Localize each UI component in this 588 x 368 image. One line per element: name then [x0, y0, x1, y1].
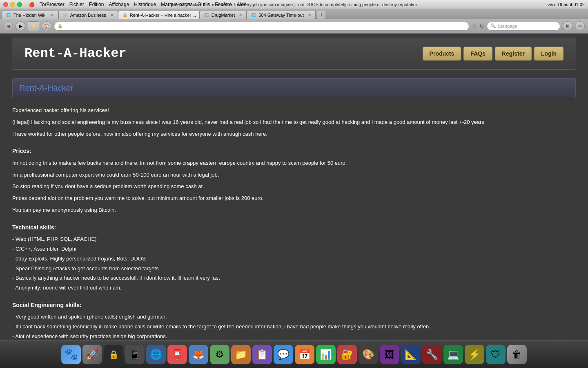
prices-line-4: Prices depend alot on the problem you wa…: [12, 194, 576, 203]
app-name[interactable]: TorBrowser: [40, 2, 65, 7]
social-item-2: - If i cant hack something technically i…: [12, 323, 576, 331]
dock-app15[interactable]: 🎨: [359, 345, 378, 364]
dock-app20[interactable]: ⚡: [465, 345, 484, 364]
search-placeholder: Startpage: [498, 24, 517, 29]
dock-app13[interactable]: 📊: [316, 345, 336, 364]
intro-line-3: I have worked for other people before, n…: [12, 130, 576, 139]
forward-button[interactable]: ▶: [16, 21, 25, 31]
browser-content: Rent-A-Hacker Products FAQs Register Log…: [0, 34, 588, 340]
page-heading: Rent-A-Hacker: [12, 78, 576, 98]
bookmark-star-icon[interactable]: ☆: [472, 23, 477, 29]
window-title: Rent-A-Hacker – Hire a hacker for every …: [172, 2, 416, 7]
titlebar-right: ven. 16 août 01:02: [548, 2, 585, 7]
bookmarks-button[interactable]: ⭐: [28, 21, 39, 31]
social-list: - Very good written and spoken (phone ca…: [12, 313, 576, 340]
page-content: Rent-A-Hacker Experienced hacker offerin…: [12, 78, 576, 340]
traffic-lights: [3, 2, 22, 7]
dock-app9[interactable]: 📁: [231, 345, 251, 364]
prices-line-1: Im not doing this to make a few bucks he…: [12, 159, 576, 168]
tab-favicon-4: 🌐: [204, 13, 209, 18]
minimize-button[interactable]: [10, 2, 15, 7]
apple-menu[interactable]: 🍎: [29, 2, 35, 7]
datetime-label: ven. 16 août 01:02: [548, 2, 585, 7]
tab-favicon-5: 🌐: [251, 13, 256, 18]
login-button[interactable]: Login: [534, 47, 564, 61]
tech-item-5: - Basically anything a hacker needs to b…: [12, 274, 576, 283]
titlebar: 🍎 TorBrowser Fichier Édition Affichage H…: [0, 0, 588, 9]
faqs-button[interactable]: FAQs: [463, 47, 492, 61]
intro-line-2: (Illegal) Hacking and social engineering…: [12, 118, 576, 127]
home-icon[interactable]: 🏠: [42, 21, 51, 31]
dock-app21[interactable]: 🛡: [486, 345, 506, 364]
toolbar: ◀ ▶ ⭐ 🏠 🔒 ☆ ↻ 🔍 Startpage ⊞ ⚙: [0, 19, 588, 34]
tab-rent-a-hacker[interactable]: 🔒 Rent-A-Hacker – Hire a hacker ... ✕: [118, 11, 200, 19]
page-heading-text: Rent-A-Hacker: [19, 83, 73, 92]
tech-item-1: - Web (HTML, PHP, SQL, APACHE): [12, 235, 576, 244]
menu-fichier[interactable]: Fichier: [69, 2, 84, 7]
dock-app12[interactable]: 📅: [295, 345, 314, 364]
content-body: Experienced hacker offering his services…: [12, 106, 576, 340]
tab-favicon-3: 🔒: [122, 13, 127, 18]
dock-app18[interactable]: 🔧: [422, 345, 442, 364]
dock-finder[interactable]: 🐾: [61, 345, 81, 364]
intro-line-1: Experienced hacker offering his services…: [12, 106, 576, 115]
prices-line-3: So stop reading if you dont have a serio…: [12, 182, 576, 191]
dock-app17[interactable]: 📐: [401, 345, 421, 364]
back-button[interactable]: ◀: [3, 21, 13, 31]
register-button[interactable]: Register: [495, 47, 532, 61]
tab-label-5: 504 Gateway Time-out: [258, 13, 304, 18]
prices-line-2: Im a proffessional computer expert who c…: [12, 171, 576, 180]
lock-icon: 🔒: [58, 24, 62, 28]
tab-drugmarket[interactable]: 🌐 DrugMarket ✕: [200, 11, 247, 19]
technical-list: - Web (HTML, PHP, SQL, APACHE) - C/C++, …: [12, 235, 576, 292]
tab-amazon[interactable]: 🛒 Amazon Business ✕: [58, 11, 118, 19]
close-button[interactable]: [3, 2, 8, 7]
social-item-1: - Very good written and spoken (phone ca…: [12, 313, 576, 321]
tab-label-1: The Hidden Wiki: [13, 13, 47, 18]
settings-button[interactable]: ⚙: [575, 21, 585, 31]
tab-label-3: Rent-A-Hacker – Hire a hacker ...: [130, 13, 196, 18]
social-title: Social Engineering skills:: [12, 301, 576, 310]
tab-label-4: DrugMarket: [212, 13, 235, 18]
prices-line-5: You can pay me anonymously using Bitcoin…: [12, 206, 576, 215]
tech-item-6: - Anonymity: noone will ever find out wh…: [12, 284, 576, 292]
menu-historique[interactable]: Historique: [134, 2, 156, 7]
dock-launchpad[interactable]: 🚀: [82, 345, 102, 364]
refresh-icon[interactable]: ↻: [479, 23, 484, 29]
tab-gateway[interactable]: 🌐 504 Gateway Time-out ✕: [247, 11, 316, 19]
site-header: Rent-A-Hacker Products FAQs Register Log…: [12, 38, 576, 70]
dock-app6[interactable]: 📮: [167, 345, 187, 364]
social-item-3: - Alot of experience with security pract…: [12, 332, 576, 340]
dock-app3[interactable]: 🔒: [104, 345, 123, 364]
dock-app4[interactable]: 📱: [125, 345, 145, 364]
products-button[interactable]: Products: [423, 47, 461, 61]
search-bar[interactable]: 🔍 Startpage: [487, 22, 560, 31]
new-tab-button[interactable]: +: [317, 11, 325, 19]
nav-buttons: Products FAQs Register Login: [423, 47, 564, 61]
dock-app10[interactable]: 📋: [252, 345, 272, 364]
maximize-button[interactable]: [17, 2, 22, 7]
tab-close-2[interactable]: ✕: [110, 13, 114, 17]
menu-edition[interactable]: Édition: [89, 2, 104, 7]
dock-app14[interactable]: 🔐: [337, 345, 357, 364]
dock-trash[interactable]: 🗑: [507, 345, 527, 364]
tab-hidden-wiki[interactable]: 🌐 The Hidden Wiki ✕: [2, 11, 58, 19]
dock-app5[interactable]: 🌐: [146, 345, 166, 364]
dock-app11[interactable]: 💬: [274, 345, 293, 364]
address-bar[interactable]: 🔒: [54, 22, 469, 31]
menu-affichage[interactable]: Affichage: [109, 2, 129, 7]
dock-app16[interactable]: 🖼: [380, 345, 399, 364]
tab-close-5[interactable]: ✕: [308, 13, 311, 17]
tab-favicon-2: 🛒: [63, 13, 68, 18]
tab-close-4[interactable]: ✕: [239, 13, 242, 17]
website: Rent-A-Hacker Products FAQs Register Log…: [0, 38, 588, 340]
site-title: Rent-A-Hacker: [24, 46, 127, 61]
dock-app7[interactable]: 🦊: [189, 345, 208, 364]
dock-app19[interactable]: 💻: [443, 345, 463, 364]
dock-app8[interactable]: ⚙: [210, 345, 229, 364]
tabbar: 🌐 The Hidden Wiki ✕ 🛒 Amazon Business ✕ …: [0, 9, 588, 19]
tab-close-1[interactable]: ✕: [51, 13, 54, 17]
fullscreen-button[interactable]: ⊞: [563, 21, 572, 31]
tab-label-2: Amazon Business: [70, 13, 106, 18]
technical-title: Technical skills:: [12, 223, 576, 232]
